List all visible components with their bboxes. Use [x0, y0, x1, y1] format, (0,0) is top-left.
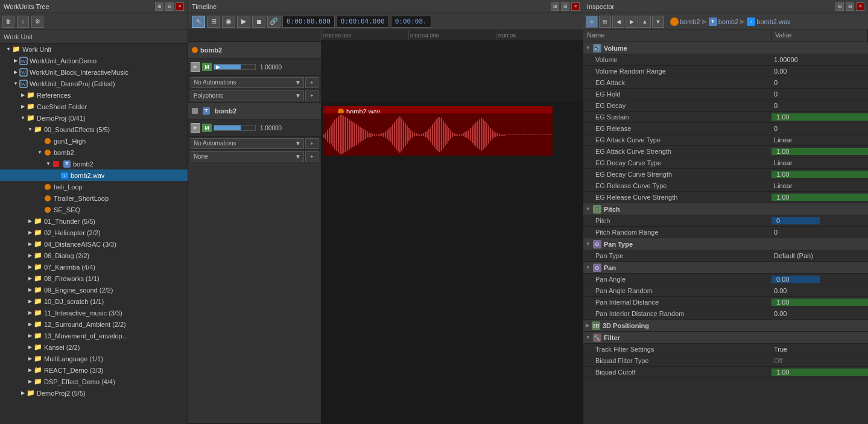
- filter-section-header[interactable]: ▼ 🔧 Filter: [583, 332, 868, 344]
- nav-list-btn[interactable]: ≡: [586, 16, 598, 28]
- tree-item-engine[interactable]: ▶ 📁 09_Engine_sound (2/2): [0, 284, 188, 296]
- tree-item-demoproj[interactable]: ▼ 📁 DemoProj (0/41): [0, 112, 188, 124]
- settings-button[interactable]: ⚙: [31, 16, 43, 28]
- nav-back-btn[interactable]: ◀: [612, 16, 624, 28]
- prop-row-volume-random[interactable]: Volume Random Range 0.00: [583, 66, 868, 77]
- tree-item-workunit-root[interactable]: ▼ 📁 Work Unit: [0, 43, 188, 55]
- tree-item-trailer-short[interactable]: Ttrailer_ShortLoop: [0, 192, 188, 204]
- timeline-close-icon[interactable]: ✕: [571, 2, 580, 11]
- breadcrumb-1[interactable]: bomb2: [670, 17, 700, 26]
- tree-item-wu-actiondemo[interactable]: ▶ W WorkUnit_ActionDemo: [0, 55, 188, 66]
- delete-button[interactable]: 🗑: [2, 16, 14, 28]
- select-tool-button[interactable]: ↖: [192, 16, 205, 28]
- prop-row-biquad-filter-type[interactable]: Biquad Filter Type Off: [583, 355, 868, 367]
- volume-bar-1[interactable]: ▶: [214, 64, 256, 70]
- tree-item-djscratch[interactable]: ▶ 📁 10_DJ_scratch (1/1): [0, 296, 188, 307]
- prop-row-pitch[interactable]: Pitch 0: [583, 215, 868, 227]
- prop-row-pan-angle[interactable]: Pan Angle 0.00: [583, 274, 868, 285]
- track-icon-btn[interactable]: [191, 62, 200, 72]
- prop-row-volume[interactable]: Volume 1.00000: [583, 54, 868, 66]
- tree-item-references[interactable]: ▶ 📁 References: [0, 89, 188, 101]
- tree-item-surround[interactable]: ▶ 📁 12_Surround_Ambient (2/2): [0, 318, 188, 330]
- 3d-positioning-section-header[interactable]: ▶ 3D 3D Positioning: [583, 320, 868, 332]
- pitch-section-header[interactable]: ▼ 🎵 Pitch: [583, 203, 868, 215]
- none-add-btn-2[interactable]: +: [305, 151, 318, 162]
- inspector-body[interactable]: ▼ 🔊 Volume Volume 1.00000 Volume Random …: [583, 42, 868, 424]
- range-tool-button[interactable]: ⊞: [207, 16, 220, 28]
- automation-add-btn-1[interactable]: +: [305, 77, 318, 88]
- tree-item-distanceaisac[interactable]: ▶ 📁 04_DistanceAISAC (3/3): [0, 238, 188, 250]
- workunits-icon1[interactable]: ⊞: [155, 2, 163, 11]
- timeline-icon1[interactable]: ⊞: [551, 2, 559, 11]
- prop-row-eg-decay-curve-strength[interactable]: EG Decay Curve Strength 1.00: [583, 169, 868, 180]
- tree-item-dspeffect[interactable]: ▶ 📁 DSP_Effect_Demo (4/4): [0, 376, 188, 387]
- tree-item-demoproj2[interactable]: ▶ 📁 DemoProj2 (5/5): [0, 387, 188, 399]
- move-tool-button[interactable]: ◉: [222, 16, 235, 28]
- workunits-icon2[interactable]: ⊟: [165, 2, 174, 11]
- nav-up-btn[interactable]: ▲: [639, 16, 651, 28]
- prop-row-eg-attack-curve-type[interactable]: EG Attack Curve Type Linear: [583, 134, 868, 146]
- prop-row-track-filter-settings[interactable]: Track Filter Settings True: [583, 344, 868, 355]
- prop-row-eg-release-curve-strength[interactable]: EG Release Curve Strength 1.00: [583, 192, 868, 203]
- timeline-icon2[interactable]: ⊟: [561, 2, 569, 11]
- tree-item-wu-blockinteractive[interactable]: ▶ W WorkUnit_Block_InteractiveMusic: [0, 66, 188, 78]
- prop-row-eg-attack[interactable]: EG Attack 0: [583, 77, 868, 89]
- inspector-icon1[interactable]: ⊞: [835, 2, 844, 11]
- prop-row-pan-internal-dist[interactable]: Pan Internal Distance 1.00: [583, 297, 868, 308]
- tree-item-se-seq[interactable]: SE_SEQ: [0, 204, 188, 215]
- stop-button[interactable]: ⏹: [252, 16, 265, 28]
- prop-row-biquad-cutoff[interactable]: Biquad Cutoff 1.00: [583, 367, 868, 378]
- tree-item-dialog[interactable]: ▶ 📁 06_Dialog (2/2): [0, 250, 188, 261]
- prop-row-pitch-random[interactable]: Pitch Random Range 0: [583, 227, 868, 238]
- volume-bar-2[interactable]: [214, 125, 256, 131]
- tree-item-heli-loop[interactable]: heli_Loop: [0, 181, 188, 192]
- tree-item-cuesheet[interactable]: ▶ 📁 CueSheet Folder: [0, 101, 188, 112]
- tree-item-bomb2-orange[interactable]: ▼ bomb2: [0, 147, 188, 158]
- workunits-close-icon[interactable]: ✕: [176, 2, 184, 11]
- pan-type-section-header[interactable]: ▼ ⊙ Pan Type: [583, 238, 868, 250]
- none-dropdown-2[interactable]: None ▼: [191, 151, 304, 162]
- prop-row-eg-attack-curve-strength[interactable]: EG Attack Curve Strength 1.00: [583, 146, 868, 157]
- prop-row-pan-type[interactable]: Pan Type Default (Pan): [583, 250, 868, 262]
- tree-item-bomb2-red[interactable]: ▼ T bomb2: [0, 158, 188, 169]
- prop-row-pan-angle-random[interactable]: Pan Angle Random 0.00: [583, 285, 868, 297]
- tree-item-gun1high[interactable]: gun1_High: [0, 135, 188, 147]
- pan-section-header[interactable]: ▼ ⊙ Pan: [583, 262, 868, 274]
- tree-container[interactable]: ▼ 📁 Work Unit ▶ W WorkUnit_ActionDemo ▶ …: [0, 43, 188, 424]
- tree-item-kansei[interactable]: ▶ 📁 Kansei (2/2): [0, 341, 188, 353]
- tree-item-interactive[interactable]: ▶ 📁 11_Interactive_music (3/3): [0, 307, 188, 318]
- prop-row-eg-release-curve-type[interactable]: EG Release Curve Type Linear: [583, 180, 868, 192]
- nav-grid-btn[interactable]: ⊞: [599, 16, 611, 28]
- track-timeline-area-2[interactable]: bomb2.wav: [321, 103, 583, 423]
- prop-row-eg-decay[interactable]: EG Decay 0: [583, 100, 868, 112]
- sort-button[interactable]: ↕: [17, 16, 29, 28]
- tree-item-movement[interactable]: ▶ 📁 13_Movement_of_envelop...: [0, 330, 188, 341]
- mute-button-1[interactable]: M: [202, 63, 212, 71]
- prop-row-eg-sustain[interactable]: EG Sustain 1.00: [583, 112, 868, 123]
- tree-item-thunder[interactable]: ▶ 📁 01_Thunder (5/5): [0, 215, 188, 227]
- prop-row-eg-release[interactable]: EG Release 0: [583, 123, 868, 134]
- mode-add-btn-1[interactable]: +: [305, 90, 318, 101]
- prop-row-eg-hold[interactable]: EG Hold 0: [583, 89, 868, 100]
- tree-item-wu-demoproj[interactable]: ▼ W WorkUnit_DemoProj (Edited): [0, 78, 188, 89]
- inspector-close-icon[interactable]: ✕: [856, 2, 864, 11]
- tree-item-bomb2-wav[interactable]: ♪ bomb2.wav: [0, 169, 188, 181]
- nav-forward-btn[interactable]: ▶: [626, 16, 638, 28]
- breadcrumb-3[interactable]: ♪ bomb2.wav: [747, 17, 790, 26]
- automation-add-btn-2[interactable]: +: [305, 138, 318, 149]
- inspector-icon2[interactable]: ⊟: [846, 2, 854, 11]
- mute-button-2[interactable]: M: [202, 124, 212, 132]
- nav-down-btn[interactable]: ▼: [652, 16, 664, 28]
- automations-dropdown-2[interactable]: No Automations ▼: [191, 138, 304, 149]
- automations-dropdown-1[interactable]: No Automations ▼: [191, 77, 304, 88]
- tree-item-soundeffects[interactable]: ▼ 📁 00_SoundEffects (5/5): [0, 124, 188, 135]
- waveform-region[interactable]: bomb2.wav: [323, 106, 553, 156]
- track-timeline-area-1[interactable]: [321, 42, 583, 102]
- mode-dropdown-1[interactable]: Polyphonic ▼: [191, 90, 304, 101]
- tree-item-fireworks[interactable]: ▶ 📁 08_Fireworks (1/1): [0, 273, 188, 284]
- tree-item-karimba[interactable]: ▶ 📁 07_Karimba (4/4): [0, 261, 188, 273]
- prop-row-pan-interior-dist-random[interactable]: Pan Interior Distance Random 0.00: [583, 308, 868, 320]
- breadcrumb-2[interactable]: T bomb2: [709, 17, 739, 26]
- volume-section-header[interactable]: ▼ 🔊 Volume: [583, 42, 868, 54]
- prop-row-eg-decay-curve-type[interactable]: EG Decay Curve Type Linear: [583, 157, 868, 169]
